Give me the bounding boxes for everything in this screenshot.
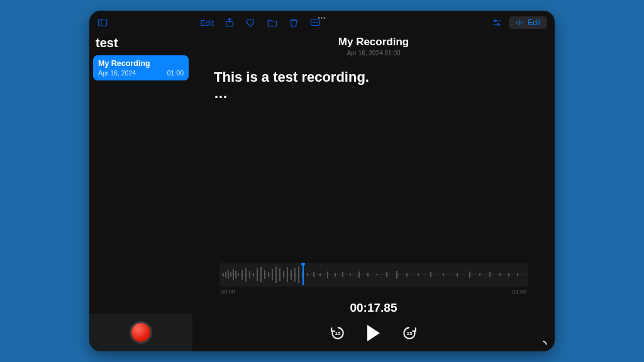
favorite-icon[interactable] bbox=[245, 17, 257, 28]
skip-back-button[interactable]: 15 bbox=[330, 325, 346, 341]
window-handle-icon[interactable]: ••• bbox=[318, 14, 326, 21]
trash-icon[interactable] bbox=[288, 17, 299, 28]
folder-title: test bbox=[89, 32, 192, 54]
skip-back-seconds: 15 bbox=[335, 331, 341, 336]
recording-item-title: My Recording bbox=[98, 59, 184, 68]
recording-title[interactable]: My Recording bbox=[338, 36, 409, 48]
resize-handle-icon[interactable] bbox=[540, 337, 548, 346]
waveform-scrubber[interactable] bbox=[219, 263, 528, 287]
waveform-end-time: 01:00 bbox=[512, 288, 526, 295]
record-button[interactable] bbox=[131, 323, 150, 342]
play-button[interactable] bbox=[367, 325, 380, 341]
recording-item-duration: 01:00 bbox=[167, 69, 184, 77]
transcript-line: This is a test recording. bbox=[214, 68, 369, 87]
recording-list-item[interactable]: My Recording Apr 16, 2024 01:00 bbox=[93, 55, 189, 80]
sidebar-edit-button[interactable]: Edit bbox=[200, 18, 214, 28]
recording-item-date: Apr 16, 2024 bbox=[98, 69, 136, 77]
skip-forward-button[interactable]: 15 bbox=[401, 325, 418, 341]
voice-memos-window: ••• Edit bbox=[89, 11, 555, 351]
svg-point-4 bbox=[313, 21, 314, 23]
svg-rect-0 bbox=[98, 19, 107, 26]
waveform-edit-button[interactable]: Edit bbox=[509, 16, 547, 29]
svg-point-6 bbox=[317, 21, 318, 23]
sidebar: test My Recording Apr 16, 2024 01:00 bbox=[89, 32, 192, 351]
current-time: 00:17.85 bbox=[350, 301, 397, 315]
settings-sliders-icon[interactable] bbox=[491, 17, 502, 28]
svg-point-5 bbox=[315, 21, 316, 23]
playback-controls: 15 15 bbox=[330, 325, 418, 341]
sidebar-toggle-icon[interactable] bbox=[97, 17, 108, 28]
transcript-pending-icon: … bbox=[214, 89, 369, 97]
share-icon[interactable] bbox=[224, 17, 235, 28]
transcript-area[interactable]: This is a test recording. … bbox=[214, 68, 369, 97]
recording-subtitle: Apr 16, 2024 01:00 bbox=[347, 50, 400, 57]
skip-forward-seconds: 15 bbox=[407, 331, 413, 336]
record-bar bbox=[89, 314, 192, 351]
waveform-edit-label: Edit bbox=[528, 18, 541, 27]
playhead-indicator[interactable] bbox=[303, 264, 304, 285]
folder-icon[interactable] bbox=[267, 17, 278, 28]
waveform-start-time: 00:00 bbox=[221, 288, 235, 295]
main-panel: My Recording Apr 16, 2024 01:00 This is … bbox=[192, 32, 555, 351]
